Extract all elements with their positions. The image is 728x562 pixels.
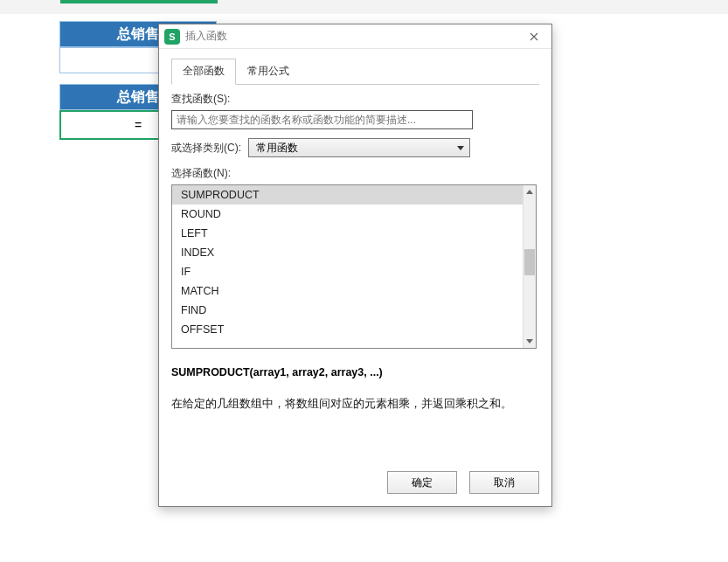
- list-item[interactable]: SUMPRODUCT: [172, 185, 523, 205]
- scroll-down-button[interactable]: [523, 335, 536, 348]
- close-icon: [530, 32, 538, 41]
- category-select[interactable]: 常用函数: [248, 138, 470, 157]
- category-value: 常用函数: [256, 141, 298, 156]
- cancel-button[interactable]: 取消: [469, 471, 539, 494]
- scroll-thumb[interactable]: [524, 249, 535, 275]
- chevron-down-icon: [457, 146, 464, 150]
- search-label: 查找函数(S):: [171, 92, 539, 107]
- app-icon: S: [164, 29, 180, 45]
- tab-common-formulas[interactable]: 常用公式: [236, 59, 301, 85]
- scroll-up-button[interactable]: [523, 185, 536, 198]
- list-item[interactable]: ROUND: [172, 205, 523, 224]
- category-label: 或选择类别(C):: [171, 141, 241, 156]
- scroll-track[interactable]: [523, 198, 536, 335]
- function-description: 在给定的几组数组中，将数组间对应的元素相乘，并返回乘积之和。: [171, 396, 539, 413]
- close-button[interactable]: [522, 27, 546, 46]
- function-signature: SUMPRODUCT(array1, array2, array3, ...): [171, 366, 539, 378]
- list-label: 选择函数(N):: [171, 166, 539, 181]
- ok-button[interactable]: 确定: [387, 471, 457, 494]
- list-item[interactable]: MATCH: [172, 281, 523, 301]
- caret-down-icon: [526, 339, 533, 343]
- dialog-titlebar: S 插入函数: [159, 24, 551, 49]
- list-item[interactable]: LEFT: [172, 224, 523, 243]
- tab-all-functions[interactable]: 全部函数: [171, 59, 236, 85]
- list-item[interactable]: IF: [172, 262, 523, 281]
- scrollbar[interactable]: [523, 185, 536, 348]
- search-input[interactable]: [171, 110, 473, 129]
- dialog-title: 插入函数: [185, 29, 522, 44]
- sheet-green-accent: [60, 0, 218, 3]
- list-item[interactable]: FIND: [172, 301, 523, 320]
- caret-up-icon: [526, 190, 533, 194]
- function-listbox[interactable]: SUMPRODUCT ROUND LEFT INDEX IF MATCH FIN…: [171, 184, 537, 349]
- list-item[interactable]: OFFSET: [172, 320, 523, 339]
- list-item[interactable]: INDEX: [172, 243, 523, 262]
- insert-function-dialog: S 插入函数 全部函数 常用公式 查找函数(S): 或选择类别(C): 常用函数…: [158, 24, 552, 507]
- tab-bar: 全部函数 常用公式: [171, 58, 539, 85]
